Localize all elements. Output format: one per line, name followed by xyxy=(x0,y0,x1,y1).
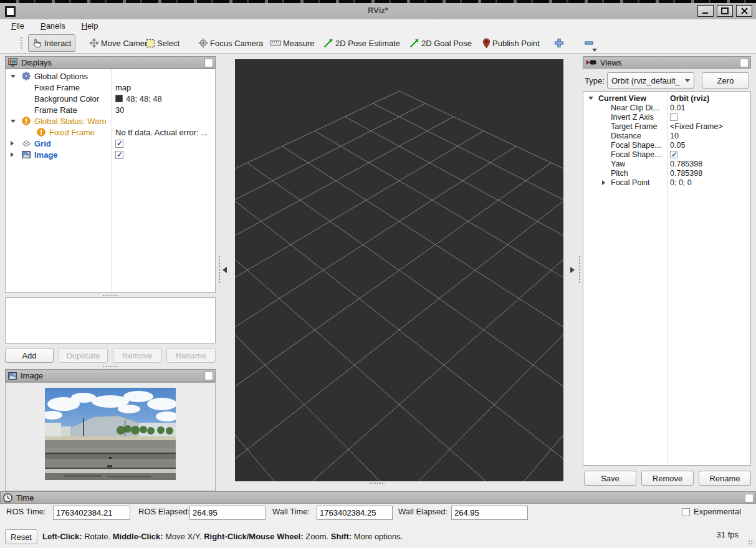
tree-row-image[interactable]: Image xyxy=(6,149,215,160)
tool-2d-goal-pose[interactable]: 2D Goal Pose xyxy=(406,34,476,52)
minus-icon xyxy=(584,38,594,48)
save-view-button[interactable]: Save xyxy=(584,471,636,486)
view-row-focal-point[interactable]: Focal Point 0; 0; 0 xyxy=(583,178,750,187)
tree-row-fixed-frame-warning[interactable]: Fixed Frame No tf data. Actual error: ..… xyxy=(6,127,215,138)
view-row-invert-z[interactable]: Invert Z Axis xyxy=(583,112,750,122)
panel-float-button[interactable] xyxy=(204,59,213,67)
goal-pose-arrow-icon xyxy=(409,38,419,48)
window-resize-grip[interactable] xyxy=(748,540,754,546)
tool-measure[interactable]: Measure xyxy=(266,34,318,52)
panel-title: Views xyxy=(600,58,621,67)
menu-file[interactable]: File xyxy=(11,21,24,31)
tree-row-grid[interactable]: Grid xyxy=(6,138,215,149)
rename-view-button[interactable]: Rename xyxy=(699,471,751,486)
minimize-button[interactable] xyxy=(697,5,714,17)
toolbar-drag-handle[interactable] xyxy=(21,36,22,50)
tree-row-background-color[interactable]: Background Color 48; 48; 48 xyxy=(6,93,215,104)
tool-dropdown-arrow-icon[interactable] xyxy=(592,49,597,52)
image-panel-header[interactable]: Image xyxy=(5,369,216,382)
tool-label: Focus Camera xyxy=(210,39,263,48)
expand-arrow-icon[interactable] xyxy=(588,97,593,100)
image-enabled-checkbox[interactable] xyxy=(115,151,123,159)
view-type-combobox[interactable]: Orbit (rviz_default_ xyxy=(607,72,694,89)
add-display-button[interactable]: Add xyxy=(5,348,54,363)
color-swatch xyxy=(115,95,123,102)
titlebar[interactable]: RViz* xyxy=(0,3,756,19)
property-value[interactable]: <Fixed Frame> xyxy=(670,122,723,131)
invert-z-checkbox[interactable] xyxy=(670,113,677,121)
view-row-target-frame[interactable]: Target Frame <Fixed Frame> xyxy=(583,122,750,131)
tool-2d-pose-estimate[interactable]: 2D Pose Estimate xyxy=(320,34,404,52)
tree-row-global-status[interactable]: Global Status: Warn xyxy=(6,115,215,127)
tool-label: Publish Point xyxy=(492,39,540,48)
view-row-focal-shape-fixed[interactable]: Focal Shape... xyxy=(583,150,750,159)
wall-time-input[interactable] xyxy=(317,506,393,520)
property-value[interactable]: map xyxy=(115,82,131,93)
bottom-splitter-dots[interactable] xyxy=(369,482,385,484)
expand-arrow-icon[interactable] xyxy=(11,152,14,157)
right-splitter-dots[interactable] xyxy=(578,256,581,284)
collapse-right-icon[interactable] xyxy=(570,267,575,273)
views-panel-header[interactable]: Views xyxy=(583,56,751,69)
mouse-help-text: Left-Click: Rotate. Middle-Click: Move X… xyxy=(42,532,403,541)
clock-icon xyxy=(3,493,12,502)
panel-float-button[interactable] xyxy=(740,59,749,67)
property-value[interactable]: 48; 48; 48 xyxy=(115,93,162,104)
view-row-distance[interactable]: Distance 10 xyxy=(583,131,750,140)
view-row-yaw[interactable]: Yaw 0.785398 xyxy=(583,159,750,168)
view-row-current-view[interactable]: Current View Orbit (rviz) xyxy=(583,94,750,103)
tree-row-global-options[interactable]: Global Options xyxy=(6,70,215,82)
left-splitter-dots[interactable] xyxy=(218,256,221,284)
tool-select[interactable]: Select xyxy=(142,34,183,52)
add-tool-button[interactable] xyxy=(552,36,567,50)
toolbar: Interact Move Camera Select xyxy=(0,32,756,54)
ros-time-input[interactable] xyxy=(53,506,130,520)
expand-arrow-icon[interactable] xyxy=(602,180,605,185)
focal-shape-checkbox[interactable] xyxy=(670,151,677,158)
wall-elapsed-input[interactable] xyxy=(451,506,528,520)
collapse-left-icon[interactable] xyxy=(222,267,227,273)
tool-focus-camera[interactable]: Focus Camera xyxy=(194,34,267,52)
reset-button[interactable]: Reset xyxy=(5,529,37,544)
expand-arrow-icon[interactable] xyxy=(11,120,16,123)
close-button[interactable] xyxy=(736,5,752,17)
menu-panels[interactable]: Panels xyxy=(41,21,65,31)
splitter-handle[interactable] xyxy=(102,365,118,368)
view-type-row: Type: Orbit (rviz_default_ Zero xyxy=(583,71,751,90)
zero-button[interactable]: Zero xyxy=(702,72,749,89)
3d-viewport[interactable] xyxy=(235,59,563,481)
view-row-focal-shape-size[interactable]: Focal Shape... 0.05 xyxy=(583,140,750,150)
panel-float-button[interactable] xyxy=(204,372,213,380)
views-camera-icon xyxy=(586,59,596,66)
property-value[interactable]: 0.01 xyxy=(670,103,685,112)
tree-row-frame-rate[interactable]: Frame Rate 30 xyxy=(6,104,215,115)
displays-panel-header[interactable]: Displays xyxy=(5,56,216,69)
splitter-handle[interactable] xyxy=(102,294,118,297)
property-value[interactable]: 0.785398 xyxy=(670,159,702,168)
experimental-checkbox[interactable] xyxy=(682,508,690,516)
view-row-pitch[interactable]: Pitch 0.785398 xyxy=(583,168,750,178)
property-value[interactable]: 30 xyxy=(115,104,124,115)
expand-arrow-icon[interactable] xyxy=(11,75,16,78)
tree-row-fixed-frame[interactable]: Fixed Frame map xyxy=(6,82,215,93)
duplicate-display-button[interactable]: Duplicate xyxy=(59,348,108,363)
property-value[interactable]: 0; 0; 0 xyxy=(670,178,692,187)
view-row-near-clip[interactable]: Near Clip Di... 0.01 xyxy=(583,103,750,112)
plus-icon xyxy=(554,38,564,48)
panel-title: Time xyxy=(16,493,34,502)
tool-interact[interactable]: Interact xyxy=(28,34,75,52)
time-panel-header[interactable]: Time xyxy=(0,491,756,504)
grid-enabled-checkbox[interactable] xyxy=(115,140,123,148)
property-value[interactable]: 0.05 xyxy=(670,140,685,150)
panel-float-button[interactable] xyxy=(745,494,754,502)
expand-arrow-icon[interactable] xyxy=(11,141,14,146)
ros-elapsed-input[interactable] xyxy=(189,506,266,520)
rename-display-button[interactable]: Rename xyxy=(166,348,216,363)
remove-view-button[interactable]: Remove xyxy=(641,471,694,486)
tool-publish-point[interactable]: Publish Point xyxy=(479,34,543,52)
property-value[interactable]: 0.785398 xyxy=(670,168,702,178)
remove-display-button[interactable]: Remove xyxy=(113,348,161,363)
maximize-button[interactable] xyxy=(717,5,733,17)
property-value[interactable]: 10 xyxy=(670,131,679,140)
menu-help[interactable]: Help xyxy=(82,21,98,31)
